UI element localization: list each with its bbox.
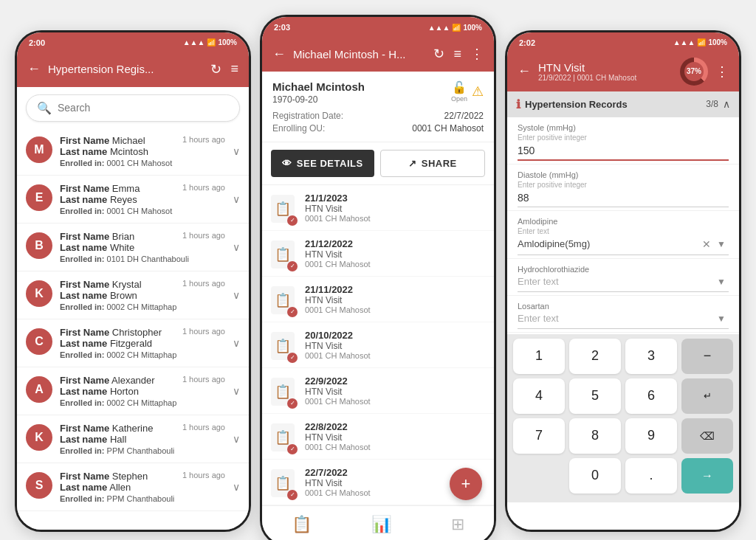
fab-add-button[interactable]: + [450,468,482,500]
patient-name-row: First Name MichaelLast name Mcintosh 1 h… [60,135,225,157]
key-1[interactable]: 1 [513,339,565,374]
visit-icon-container: 📋 ✓ [271,378,298,404]
visit-check-icon: ✓ [287,490,298,500]
losartan-arrow-icon[interactable]: ▼ [714,312,729,325]
chevron-down-icon[interactable]: ∨ [233,289,240,301]
key-7[interactable]: 7 [513,418,565,454]
patient-list-item[interactable]: K First Name KrystalLast name Brown 1 ho… [17,271,249,319]
patient-name: First Name StephenLast name Allen [60,471,148,493]
patient-list-item[interactable]: C First Name ChristopherLast name Fitzge… [17,319,249,367]
document-icon: 📋 [275,338,291,354]
chevron-down-icon[interactable]: ∨ [233,385,240,397]
visit-icon-bg: 📋 ✓ [271,286,295,314]
patient-avatar: K [26,280,52,307]
visit-list-item[interactable]: 📋 ✓ 20/10/2022 HTN Visit 0001 CH Mahosot [262,322,494,368]
action-buttons: 👁 SEE DETAILS ↗ SHARE [262,142,494,185]
visit-list-item[interactable]: 📋 ✓ 21/11/2022 HTN Visit 0001 CH Mahosot [262,277,494,322]
patient-name: First Name ChristopherLast name Fitzgera… [60,327,162,349]
patient-list-item[interactable]: S First Name StephenLast name Allen 1 ho… [17,463,249,511]
patient-enrolled: Enrolled in: 0002 CH Mittaphap [60,398,225,407]
visit-info: 22/9/2022 HTN Visit 0001 CH Mahosot [305,375,485,406]
visit-ou: 0001 CH Mahosot [305,305,485,314]
hydrochlorothiazide-select-row[interactable]: Enter text ▼ [518,275,729,292]
amlodipine-select-row[interactable]: Amlodipine(5mg) ✕ ▼ [518,237,729,255]
sync-icon-2[interactable]: ↻ [432,44,446,63]
key-dot[interactable]: . [625,458,677,494]
collapse-icon[interactable]: ∧ [723,98,730,110]
more-icon-3[interactable]: ⋮ [714,62,730,81]
visit-list-item[interactable]: 📋 ✓ 21/12/2022 HTN Visit 0001 CH Mahosot [262,231,494,277]
nav-list-icon[interactable]: 📋 [281,512,322,537]
see-details-button[interactable]: 👁 SEE DETAILS [271,150,374,177]
sync-icon-1[interactable]: ↻ [209,60,223,79]
key-5[interactable]: 5 [569,378,621,414]
key-4[interactable]: 4 [513,378,565,414]
key-8[interactable]: 8 [569,418,621,454]
visit-list-item[interactable]: 📋 ✓ 21/1/2023 HTN Visit 0001 CH Mahosot [262,185,494,231]
key-9[interactable]: 9 [625,418,677,454]
key-backspace[interactable]: ⌫ [681,418,733,454]
app-bar-title-1: Hypertension Regis... [48,63,203,75]
patient-info: First Name KrystalLast name Brown 1 hour… [60,279,225,311]
chevron-down-icon[interactable]: ∨ [233,481,240,493]
patient-time: 1 hours ago [182,327,225,336]
more-icon-2[interactable]: ⋮ [469,44,485,63]
losartan-select-row[interactable]: Enter text ▼ [518,312,729,329]
visit-list-item[interactable]: 📋 ✓ 22/8/2022 HTN Visit 0001 CH Mahosot [262,414,494,460]
key-tab[interactable]: ↵ [681,378,733,414]
patient-name: First Name MichaelLast name Mcintosh [60,135,148,157]
visit-check-icon: ✓ [287,307,298,317]
patient-list-item[interactable]: M First Name MichaelLast name Mcintosh 1… [17,128,249,176]
progress-label: 37% [687,67,701,75]
patient-name: First Name BrianLast name White [60,231,134,253]
visit-icon-container: 📋 ✓ [271,469,298,496]
chevron-down-icon[interactable]: ∨ [233,433,240,445]
hydrochlorothiazide-arrow-icon[interactable]: ▼ [714,275,729,288]
status-time-1: 2:00 [29,38,45,47]
key-enter[interactable]: → [681,458,733,494]
visit-info: 22/8/2022 HTN Visit 0001 CH Mahosot [305,421,485,451]
patient-list-item[interactable]: A First Name AlexanderLast name Horton 1… [17,367,249,415]
chevron-down-icon[interactable]: ∨ [233,241,240,253]
patient-list-item[interactable]: B First Name BrianLast name White 1 hour… [17,224,249,271]
menu-icon-1[interactable]: ≡ [229,60,240,78]
nav-grid-icon[interactable]: ⊞ [441,512,475,537]
patient-details: Registration Date: 22/7/2022 Enrolling O… [272,111,484,134]
patient-info: First Name EmmaLast name Reyes 1 hours a… [60,183,225,215]
nav-chart-icon[interactable]: 📊 [361,512,402,537]
patient-avatar: A [26,376,52,403]
search-input[interactable] [58,102,229,114]
systole-input[interactable] [518,143,729,161]
patient-list-item[interactable]: E First Name EmmaLast name Reyes 1 hours… [17,176,249,224]
chevron-down-icon[interactable]: ∨ [233,193,240,205]
menu-icon-2[interactable]: ≡ [452,45,463,63]
key-0[interactable]: 0 [569,458,621,494]
chevron-down-icon[interactable]: ∨ [233,145,240,157]
patient-enrolled: Enrolled in: PPM Chanthabouli [60,446,225,455]
amlodipine-clear-icon[interactable]: ✕ [699,237,714,252]
key-3[interactable]: 3 [625,339,677,374]
back-icon-2[interactable]: ← [271,45,287,63]
progress-circle: 37% [680,58,708,86]
share-button[interactable]: ↗ SHARE [380,150,485,177]
signal-icon-3: ▲▲▲ [673,38,695,46]
patient-time: 1 hours ago [182,279,225,288]
eye-icon: 👁 [282,158,292,169]
status-icons-2: ▲▲▲ 📶 100% [428,24,482,32]
key-minus[interactable]: − [681,339,733,374]
chevron-down-icon[interactable]: ∨ [233,337,240,349]
patient-list-item[interactable]: K First Name KatherineLast name Hall 1 h… [17,415,249,463]
back-icon-3[interactable]: ← [516,62,532,80]
patient-enrolled: Enrolled in: 0001 CH Mahosot [60,159,225,167]
back-icon-1[interactable]: ← [26,60,42,78]
amlodipine-arrow-icon[interactable]: ▼ [714,238,729,251]
see-details-label: SEE DETAILS [297,158,363,169]
key-6[interactable]: 6 [625,378,677,414]
visit-date: 20/10/2022 [305,330,485,341]
visit-list-item[interactable]: 📋 ✓ 22/9/2022 HTN Visit 0001 CH Mahosot [262,368,494,414]
diastole-input[interactable] [518,190,729,207]
key-2[interactable]: 2 [569,339,621,374]
visit-ou: 0001 CH Mahosot [305,351,485,360]
screen-2-content: Michael Mcintosh 1970-09-20 🔓 Open ⚠ Reg… [262,72,494,505]
patient-info: First Name ChristopherLast name Fitzgera… [60,327,225,359]
